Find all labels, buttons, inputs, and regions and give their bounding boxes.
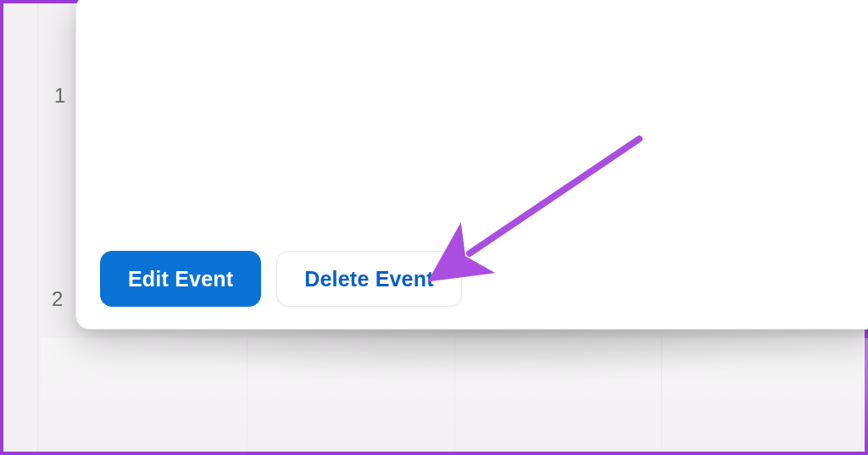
- modal-footer: Edit Event Delete Event: [100, 251, 462, 307]
- screenshot-frame: 1 2 Edit Event Delete Event: [0, 0, 868, 455]
- calendar-cell: [41, 338, 247, 452]
- calendar-cell: [454, 338, 661, 452]
- edit-event-button[interactable]: Edit Event: [100, 251, 261, 307]
- delete-event-button[interactable]: Delete Event: [276, 251, 461, 307]
- calendar-grid: [41, 338, 868, 452]
- event-modal: Edit Event Delete Event: [75, 0, 868, 330]
- calendar-row-label-2: 2: [52, 287, 63, 311]
- calendar-cell: [247, 338, 453, 452]
- calendar-row-label-1: 1: [54, 84, 65, 108]
- calendar-cell: [661, 338, 868, 452]
- calendar-column-edge: [37, 3, 38, 452]
